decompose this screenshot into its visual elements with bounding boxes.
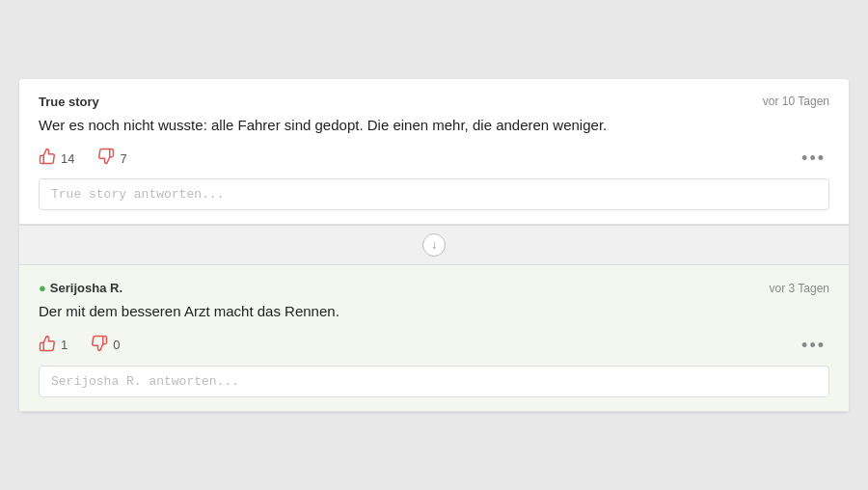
divider-circle: ↓: [422, 233, 446, 257]
like-count-2: 1: [61, 338, 68, 352]
comment-header-2: ● Serijosha R. vor 3 Tagen: [39, 281, 829, 295]
comment-author-2: ● Serijosha R.: [39, 281, 122, 295]
reply-input-1[interactable]: [39, 178, 829, 210]
comment-actions-2: 1 0 •••: [39, 335, 829, 356]
thumb-up-icon-1: [39, 148, 56, 169]
dislike-count-1: 7: [120, 151, 126, 166]
like-count-1: 14: [61, 151, 74, 166]
comment-time-1: vor 10 Tagen: [763, 95, 829, 108]
comment-text-1: Wer es noch nicht wusste: alle Fahrer si…: [39, 115, 829, 137]
comments-container: True story vor 10 Tagen Wer es noch nich…: [19, 79, 849, 412]
dislike-button-2[interactable]: 0: [91, 335, 120, 356]
like-button-1[interactable]: 14: [39, 148, 74, 169]
comment-author-name-2: Serijosha R.: [50, 281, 122, 295]
reply-input-2[interactable]: [39, 366, 829, 397]
reply-wrapper-1: [39, 178, 829, 210]
thumb-down-icon-1: [97, 148, 115, 169]
dislike-button-1[interactable]: 7: [97, 148, 126, 169]
comment-time-2: vor 3 Tagen: [770, 282, 830, 295]
reply-wrapper-2: [39, 366, 829, 397]
more-button-2[interactable]: •••: [798, 337, 829, 354]
more-button-1[interactable]: •••: [798, 150, 829, 167]
comment-header-1: True story vor 10 Tagen: [39, 95, 829, 109]
thumb-down-icon-2: [91, 335, 108, 356]
comment-block-2: ● Serijosha R. vor 3 Tagen Der mit dem b…: [19, 265, 849, 412]
divider-icon: ↓: [431, 238, 437, 252]
comment-block-1: True story vor 10 Tagen Wer es noch nich…: [19, 79, 849, 226]
comment-text-2: Der mit dem besseren Arzt macht das Renn…: [39, 301, 829, 323]
comment-author-1: True story: [39, 95, 99, 109]
verified-icon-2: ●: [39, 281, 46, 295]
divider-row: ↓: [19, 225, 849, 265]
thumb-up-icon-2: [39, 335, 56, 356]
dislike-count-2: 0: [113, 338, 120, 352]
comment-actions-1: 14 7 •••: [39, 148, 829, 169]
like-button-2[interactable]: 1: [39, 335, 68, 356]
